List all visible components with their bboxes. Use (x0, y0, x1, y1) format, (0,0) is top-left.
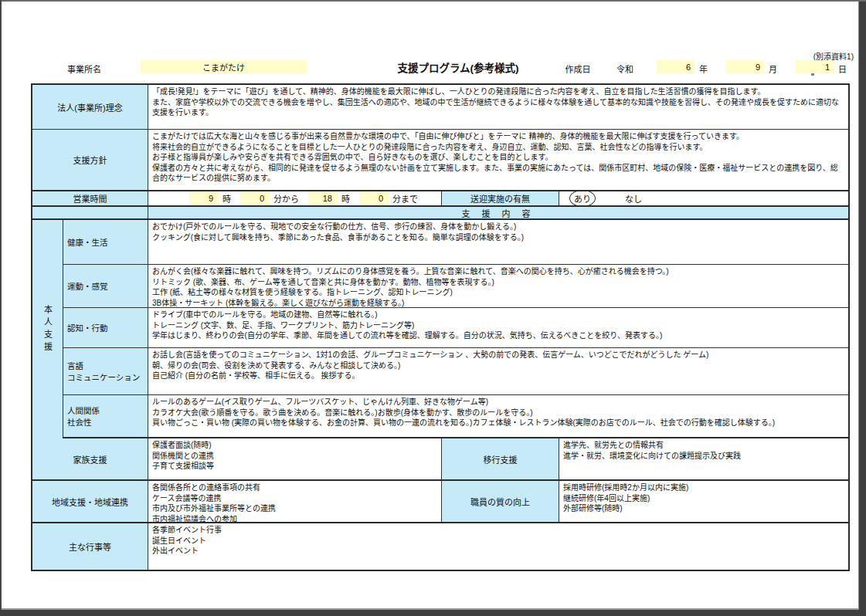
document-viewer: (別添資料1) 事業所名 こまがたけ 支援プログラム(参考様式) 作成日 令和 … (0, 0, 866, 616)
category-health-label: 健康・生活 (63, 220, 148, 264)
events-label: 主な行事等 (32, 523, 148, 570)
category-cognition-text: ドライブ(車中でのルールを守る。地域の建物、自然等に触れる。) トレーニング (… (148, 308, 848, 347)
close-minute-field[interactable]: 0 (359, 191, 389, 205)
category-health-text: おでかけ(戸外でのルールを守る、現地での安全な行動の仕方、信号、歩行の練習、身体… (148, 220, 848, 264)
category-cognition-label: 認知・行動 (63, 308, 148, 347)
category-motor-label: 運動・感覚 (63, 265, 148, 307)
transport-options: あり なし (559, 191, 848, 205)
policy-row: 支援方針 こまがたけでは広大な海と山々を感じる事が出来る自然豊かな環境の中で、「… (32, 130, 848, 191)
window-top-edge (0, 0, 866, 2)
category-motor-text: おんがく会(様々な楽器に触れて、興味を持つ。リズムにのり身体感覚を養う。上質な音… (148, 265, 848, 307)
personal-support-section: 本人支援 健康・生活 おでかけ(戸外でのルールを守る、現地での安全な行動の仕方、… (32, 220, 848, 438)
day-unit: 日 (838, 63, 847, 75)
transition-support-text: 進学先、就労先との情報共有 進学・就労、環境変化に向けての課題提示及び実践 (559, 438, 848, 479)
month-field[interactable]: 9 (726, 60, 765, 73)
transition-support-label: 移行支援 (442, 438, 559, 479)
month-unit: 月 (769, 63, 777, 75)
support-content-header-row: 支 援 内 容 (32, 207, 848, 220)
philosophy-label: 法人(事業所)理念 (32, 85, 148, 129)
window-left-edge (0, 0, 2, 610)
close-hour-field[interactable]: 18 (308, 191, 338, 205)
office-name-label: 事業所名 (46, 63, 123, 75)
family-support-row: 家族支援 保護者面談(随時) 関係機関との連携 子育て支援相談等 移行支援 進学… (32, 438, 848, 481)
policy-label: 支援方針 (32, 130, 148, 190)
personal-row-language: 言語 コミュニケーション お話し会(言語を使ってのコミュニケーション、1対1の会… (63, 348, 848, 395)
transport-label: 送迎実施の有無 (442, 191, 559, 205)
personal-support-label-cell: 本人支援 (32, 220, 63, 438)
hours-values: 9 時 0 分から 18 時 0 分まで (148, 191, 442, 205)
created-date-label: 作成日 (555, 63, 601, 75)
category-language-label: 言語 コミュニケーション (63, 348, 148, 394)
personal-support-label: 本人支援 (42, 305, 54, 354)
family-support-label: 家族支援 (32, 438, 148, 479)
era-label: 令和 (602, 63, 648, 75)
from-unit: 分から (273, 192, 299, 205)
office-name-field[interactable]: こまがたけ (141, 60, 307, 73)
community-support-label: 地域支援・地域連携 (32, 481, 148, 522)
staff-quality-text: 採用時研修(採用時2か月以内に実施) 継続研修(年4回以上実施) 外部研修等(随… (559, 481, 848, 522)
year-field[interactable]: 6 (657, 60, 695, 73)
personal-row-health: 健康・生活 おでかけ(戸外でのルールを守る、現地での安全な行動の仕方、信号、歩行… (63, 220, 848, 265)
community-support-row: 地域支援・地域連携 各関係各所との連絡事項の共有 ケース会議等の連携 市内及び市… (32, 481, 848, 523)
category-social-label: 人間関係 社会性 (63, 395, 148, 437)
transport-option-no[interactable]: なし (625, 192, 642, 205)
support-content-header: 支 援 内 容 (148, 207, 848, 218)
close-hour-unit: 時 (341, 192, 350, 205)
events-text: 各季節イベント行事 誕生日イベント 外出イベント (148, 523, 848, 570)
open-minute-field[interactable]: 0 (240, 191, 270, 205)
family-support-text: 保護者面談(随時) 関係機関との連携 子育て支援相談等 (148, 438, 442, 479)
philosophy-text: 「成長!発見!」をテーマに「遊び」を通して、精神的、身体的機能を最大限に伸ばし、… (148, 85, 848, 129)
community-support-text: 各関係各所との連絡事項の共有 ケース会議等の連携 市内及び市外福祉事業所等との連… (148, 481, 442, 522)
open-hour-unit: 時 (222, 192, 231, 205)
staff-quality-label: 職員の質の向上 (442, 481, 559, 522)
hours-row: 営業時間 9 時 0 分から 18 時 0 分まで 送迎実施の有無 あり なし (32, 191, 848, 207)
support-program-table: 法人(事業所)理念 「成長!発見!」をテーマに「遊び」を通して、精神的、身体的機… (31, 83, 850, 571)
philosophy-row: 法人(事業所)理念 「成長!発見!」をテーマに「遊び」を通して、精神的、身体的機… (32, 85, 848, 130)
support-content-spacer (32, 207, 148, 218)
personal-row-motor: 運動・感覚 おんがく会(様々な楽器に触れて、興味を持つ。リズムにのり身体感覚を養… (63, 265, 848, 308)
policy-text: こまがたけでは広大な海と山々を感じる事が出来る自然豊かな環境の中で、「自由に伸び… (148, 130, 848, 190)
year-unit: 年 (699, 63, 708, 75)
personal-row-social: 人間関係 社会性 ルールのあるゲーム(イス取りゲーム、フルーツバスケット、じゃん… (63, 395, 848, 438)
personal-row-cognition: 認知・行動 ドライブ(車中でのルールを守る。地域の建物、自然等に触れる。) トレ… (63, 308, 848, 348)
hours-label: 営業時間 (32, 191, 148, 205)
open-hour-field[interactable]: 9 (189, 191, 219, 205)
day-field[interactable]: 1 (796, 60, 834, 73)
to-unit: 分まで (392, 192, 418, 205)
page-title: 支援プログラム(参考様式) (381, 59, 535, 75)
category-language-text: お話し会(言語を使ってのコミュニケーション、1対1の会話、グループコミュニケーシ… (148, 348, 848, 394)
transport-option-yes-selected[interactable]: あり (569, 191, 596, 205)
category-social-text: ルールのあるゲーム(イス取りゲーム、フルーツバスケット、じゃんけん列車、好きな物… (148, 395, 848, 437)
events-row: 主な行事等 各季節イベント行事 誕生日イベント 外出イベント (32, 523, 848, 570)
